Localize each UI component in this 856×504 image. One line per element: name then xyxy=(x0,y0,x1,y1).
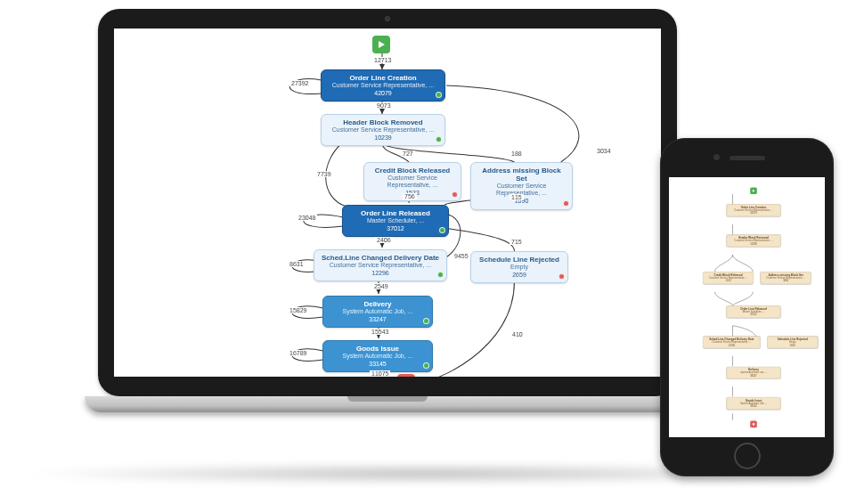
phone-home-button[interactable] xyxy=(734,443,761,469)
node-sched-line-changed[interactable]: Sched.Line Changed Delivery Date Custome… xyxy=(314,249,447,281)
node-title: Schedule Line Rejected xyxy=(477,256,562,264)
node-goods-issue-mobile[interactable]: Goods Issue System Automatic Job, ... 33… xyxy=(727,397,781,410)
laptop-camera-icon xyxy=(385,16,390,21)
node-credit-block-released-mobile[interactable]: Credit Block Released Customer Service R… xyxy=(703,272,754,284)
edge-label: 2549 xyxy=(372,283,390,289)
svg-rect-6 xyxy=(753,423,754,425)
laptop-bezel: Order Line Creation Customer Service Rep… xyxy=(98,9,677,396)
node-count: 2659 xyxy=(477,272,562,279)
status-dot-icon xyxy=(439,227,445,233)
node-count: 33247 xyxy=(729,375,778,378)
edge-label: 16789 xyxy=(288,350,308,356)
node-subtitle: Empty xyxy=(477,264,562,271)
process-flowchart[interactable]: Order Line Creation Customer Service Rep… xyxy=(114,28,661,377)
node-delivery-mobile[interactable]: Delivery System Automatic Job, ... 33247 xyxy=(727,367,781,379)
node-subtitle: Customer Service Representative, ... xyxy=(762,277,809,280)
phone-device: Order Line Creation Customer Service Rep… xyxy=(660,138,834,476)
stop-icon xyxy=(752,423,755,427)
status-dot-icon xyxy=(423,362,429,369)
phone-camera-icon xyxy=(713,154,720,160)
status-dot-icon xyxy=(558,273,565,280)
node-title: Delivery xyxy=(329,300,427,308)
edge-label: 7739 xyxy=(315,171,333,177)
node-count: 2659 xyxy=(770,344,816,346)
status-dot-icon xyxy=(452,191,458,198)
node-count: 33247 xyxy=(329,316,427,323)
node-address-missing-mobile[interactable]: Address missing Block Set Customer Servi… xyxy=(761,272,811,284)
laptop-base xyxy=(85,396,690,412)
node-title: Order Line Released xyxy=(348,209,443,217)
edge-label: 756 xyxy=(403,193,417,199)
status-dot-icon xyxy=(436,92,442,98)
node-count: 12296 xyxy=(705,344,758,346)
node-title: Credit Block Released xyxy=(370,167,455,175)
edge-label: 27392 xyxy=(289,80,310,86)
node-sched-line-changed-mobile[interactable]: Sched.Line Changed Delivery Date Custome… xyxy=(703,337,761,349)
status-dot-icon xyxy=(436,136,442,142)
node-subtitle: Customer Service Representative, ... xyxy=(705,341,758,344)
phone-speaker-icon xyxy=(730,156,765,160)
edge-label: 15543 xyxy=(370,329,390,335)
node-count: 10239 xyxy=(327,134,439,142)
node-subtitle: Customer Service Representative, ... xyxy=(729,240,778,242)
edge-label: 410 xyxy=(510,331,525,337)
end-node-mobile[interactable] xyxy=(750,421,757,428)
node-header-block-removed[interactable]: Header Block Removed Customer Service Re… xyxy=(321,114,445,146)
node-title: Header Block Removed xyxy=(327,118,439,126)
status-dot-icon xyxy=(437,272,444,278)
edge-label: 15829 xyxy=(288,307,308,313)
node-subtitle: Customer Service Representative, ... xyxy=(729,209,778,212)
start-node-mobile[interactable] xyxy=(750,187,757,194)
laptop-screen: Order Line Creation Customer Service Rep… xyxy=(114,28,661,377)
node-subtitle: System Automatic Job, ... xyxy=(329,308,427,315)
node-title: Sched.Line Changed Delivery Date xyxy=(320,254,441,262)
node-subtitle: System Automatic Job, ... xyxy=(729,371,778,374)
start-node[interactable] xyxy=(372,36,390,53)
play-icon xyxy=(752,189,755,192)
node-count: 1523 xyxy=(705,280,752,282)
edge-label: 188 xyxy=(510,150,524,157)
edge-label: 715 xyxy=(510,239,524,245)
status-dot-icon xyxy=(563,200,569,207)
status-dot-icon xyxy=(423,318,429,324)
node-count: 33145 xyxy=(329,361,427,368)
edge-label: 23048 xyxy=(297,215,317,221)
node-subtitle: Master Scheduler, ... xyxy=(729,311,778,313)
edge-label: 9455 xyxy=(452,253,470,259)
node-order-line-creation-mobile[interactable]: Order Line Creation Customer Service Rep… xyxy=(727,204,781,216)
node-subtitle: Customer Service Representative, ... xyxy=(327,126,439,134)
node-subtitle: System Automatic Job, ... xyxy=(329,353,427,360)
node-count: 12296 xyxy=(320,270,441,277)
node-delivery[interactable]: Delivery System Automatic Job, ... 33247 xyxy=(322,296,433,328)
node-header-block-removed-mobile[interactable]: Header Block Removed Customer Service Re… xyxy=(727,235,781,248)
node-subtitle: Customer Service Representative, ... xyxy=(705,277,752,280)
edge-label: 12713 xyxy=(372,57,393,63)
node-title: Goods Issue xyxy=(329,345,427,353)
node-count: 42079 xyxy=(327,90,439,97)
node-schedule-line-rejected[interactable]: Schedule Line Rejected Empty 2659 xyxy=(470,251,568,283)
process-flowchart-mobile[interactable]: Order Line Creation Customer Service Rep… xyxy=(669,177,825,437)
edge-label: 9073 xyxy=(375,102,393,109)
node-order-line-creation[interactable]: Order Line Creation Customer Service Rep… xyxy=(321,69,445,102)
edge-label: 727 xyxy=(401,150,415,157)
node-title: Address missing Block Set xyxy=(477,167,567,183)
edge-label: 115 xyxy=(510,194,524,200)
node-count: 33145 xyxy=(729,405,778,408)
edge-label: 3034 xyxy=(595,148,613,154)
node-count: 1090 xyxy=(762,280,809,282)
edge-label: 2406 xyxy=(375,237,393,243)
node-order-line-released-mobile[interactable]: Order Line Released Master Scheduler, ..… xyxy=(727,305,781,318)
node-schedule-line-rejected-mobile[interactable]: Schedule Line Rejected Empty 2659 xyxy=(767,337,818,349)
node-subtitle: Customer Service Representative, ... xyxy=(320,262,441,269)
edge-label: 8631 xyxy=(288,261,306,267)
end-node[interactable] xyxy=(397,374,415,377)
play-icon xyxy=(377,40,386,49)
node-count: 10239 xyxy=(729,242,778,245)
node-count: 37012 xyxy=(729,313,778,316)
node-address-missing[interactable]: Address missing Block Set Customer Servi… xyxy=(470,162,573,210)
node-order-line-released[interactable]: Order Line Released Master Scheduler, ..… xyxy=(342,205,449,237)
edge-label: 11075 xyxy=(370,370,390,377)
node-goods-issue[interactable]: Goods Issue System Automatic Job, ... 33… xyxy=(322,340,433,372)
node-subtitle: System Automatic Job, ... xyxy=(729,402,778,404)
laptop-trackpad-notch xyxy=(347,396,428,402)
